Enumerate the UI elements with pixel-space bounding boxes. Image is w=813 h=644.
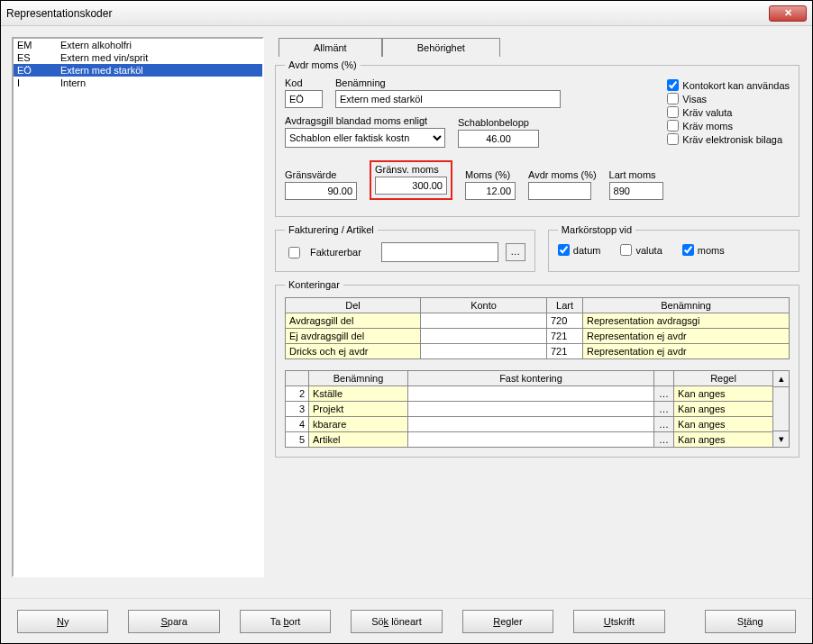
row-browse-button[interactable]: … bbox=[654, 386, 674, 402]
table-row[interactable]: 4kbarare…Kan anges bbox=[286, 417, 773, 432]
window-title: Representationskoder bbox=[6, 7, 769, 20]
chk-krav-ebilaga[interactable] bbox=[667, 133, 679, 145]
table-row[interactable]: Ej avdragsgill del721Representation ej a… bbox=[286, 329, 790, 344]
table-row[interactable]: Avdragsgill del720Representation avdrags… bbox=[286, 313, 790, 329]
gransvarde-label: Gränsvärde bbox=[285, 169, 357, 180]
delete-button[interactable]: Ta bort bbox=[240, 610, 331, 633]
chk-kontokort[interactable] bbox=[667, 79, 679, 91]
list-item[interactable]: I Intern bbox=[14, 77, 262, 89]
table-row[interactable]: 3Projekt…Kan anges bbox=[286, 402, 773, 417]
list-item[interactable]: EM Extern alkoholfri bbox=[14, 39, 262, 51]
artikel-browse-button[interactable]: … bbox=[506, 243, 525, 261]
benamning-label: Benämning bbox=[335, 77, 651, 88]
titlebar: Representationskoder ✕ bbox=[1, 1, 812, 26]
group-markorstopp: Markörstopp vid datum valuta moms bbox=[548, 224, 799, 272]
group-avdr-moms: Avdr moms (%) Kod Benämning bbox=[275, 59, 799, 217]
mix-label: Avdragsgill blandad moms enligt bbox=[285, 115, 445, 126]
konteringar-table1: Del Konto Lart Benämning Avdragsgill del… bbox=[285, 297, 790, 359]
group-konteringar: Konteringar Del Konto Lart Benämning Avd… bbox=[275, 279, 799, 458]
gransvarde-input[interactable] bbox=[285, 182, 357, 200]
group-legend: Avdr moms (%) bbox=[285, 59, 361, 70]
search-button[interactable]: Sök löneart bbox=[351, 610, 442, 633]
table-row[interactable]: 2Kställe…Kan anges bbox=[286, 386, 773, 402]
button-bar: Ny Spara Ta bort Sök löneart Regler Utsk… bbox=[1, 598, 812, 643]
chk-visas[interactable] bbox=[667, 93, 679, 104]
chk-valuta[interactable] bbox=[620, 244, 632, 256]
new-button[interactable]: Ny bbox=[17, 610, 108, 633]
group-fakturering: Fakturering / Artikel Fakturerbar … bbox=[275, 224, 535, 272]
gransmoms-input[interactable] bbox=[375, 177, 447, 195]
print-button[interactable]: Utskrift bbox=[573, 610, 664, 633]
avdrmomspct-label: Avdr moms (%) bbox=[528, 169, 597, 180]
lartmoms-input[interactable] bbox=[609, 182, 663, 200]
chk-krav-valuta[interactable] bbox=[667, 106, 679, 118]
kod-label: Kod bbox=[285, 77, 323, 88]
tab-permissions[interactable]: Behörighet bbox=[382, 38, 500, 57]
row-browse-button[interactable]: … bbox=[654, 402, 674, 417]
chk-fakturerbar[interactable] bbox=[288, 247, 300, 259]
table-scrollbar[interactable]: ▴ ▾ bbox=[773, 370, 790, 448]
chk-moms[interactable] bbox=[682, 244, 694, 256]
table-row[interactable]: Dricks och ej avdr721Representation ej a… bbox=[286, 344, 790, 359]
konteringar-table2: Benämning Fast kontering Regel 2Kställe…… bbox=[285, 370, 773, 448]
momspct-input[interactable] bbox=[465, 182, 516, 200]
schablon-label: Schablonbelopp bbox=[458, 117, 539, 128]
close-icon: ✕ bbox=[784, 7, 792, 18]
mix-select[interactable]: Schablon eller faktisk kostn bbox=[285, 128, 445, 148]
rules-button[interactable]: Regler bbox=[462, 610, 553, 633]
schablon-input[interactable] bbox=[458, 130, 539, 148]
scroll-up-icon[interactable]: ▴ bbox=[773, 371, 789, 387]
kod-input[interactable] bbox=[285, 90, 323, 108]
chk-datum[interactable] bbox=[558, 244, 570, 256]
list-item-selected[interactable]: EÖ Extern med starköl bbox=[14, 64, 262, 77]
avdrmomspct-input[interactable] bbox=[528, 182, 591, 200]
list-item[interactable]: ES Extern med vin/sprit bbox=[14, 51, 262, 64]
table-row[interactable]: 5Artikel…Kan anges bbox=[286, 432, 773, 448]
lartmoms-label: Lart moms bbox=[609, 169, 663, 180]
row-browse-button[interactable]: … bbox=[654, 432, 674, 448]
tab-general[interactable]: Allmänt bbox=[279, 38, 382, 57]
momspct-label: Moms (%) bbox=[465, 169, 516, 180]
save-button[interactable]: Spara bbox=[128, 610, 219, 633]
close-button[interactable]: ✕ bbox=[769, 5, 807, 22]
gransmoms-highlight: Gränsv. moms bbox=[370, 160, 452, 200]
code-listbox[interactable]: EM Extern alkoholfri ES Extern med vin/s… bbox=[12, 37, 264, 577]
row-browse-button[interactable]: … bbox=[654, 417, 674, 432]
dialog-window: Representationskoder ✕ EM Extern alkohol… bbox=[0, 0, 813, 644]
artikel-input[interactable] bbox=[381, 242, 498, 262]
scroll-down-icon[interactable]: ▾ bbox=[773, 431, 789, 447]
chk-krav-moms[interactable] bbox=[667, 120, 679, 132]
benamning-input[interactable] bbox=[335, 90, 561, 108]
close-dialog-button[interactable]: Stäng bbox=[705, 610, 796, 633]
gransmoms-label: Gränsv. moms bbox=[375, 164, 447, 175]
